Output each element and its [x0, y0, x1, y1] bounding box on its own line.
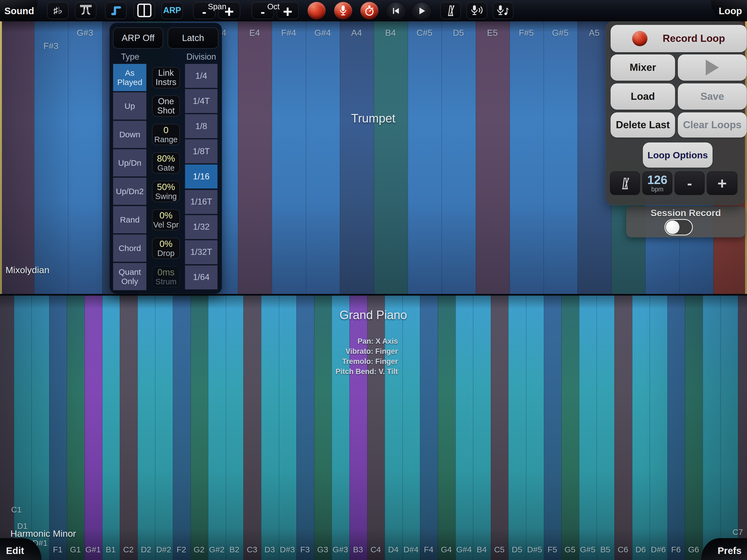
key-C5[interactable] — [491, 296, 509, 560]
arp-param-vel-spr[interactable]: 0%Vel Spr — [152, 209, 180, 230]
key-G#3[interactable] — [331, 296, 350, 560]
key-G#4[interactable] — [455, 296, 473, 560]
key-C6[interactable] — [614, 296, 632, 560]
play-button[interactable] — [411, 2, 432, 20]
key-D#3[interactable] — [279, 296, 297, 560]
key-G#5[interactable] — [579, 296, 597, 560]
metronome-button[interactable] — [440, 2, 461, 19]
key-C3[interactable] — [243, 296, 261, 560]
arp-param-strum[interactable]: 0msStrum — [152, 266, 180, 287]
arp-param-one-shot[interactable]: One Shot — [152, 96, 180, 117]
key-F3[interactable] — [296, 296, 314, 560]
record-loop-button[interactable]: Record Loop — [611, 25, 747, 52]
key-G#1[interactable] — [84, 296, 102, 560]
key-F#5[interactable] — [509, 21, 544, 294]
key-F#3[interactable] — [34, 21, 68, 294]
key-F5[interactable] — [544, 296, 562, 560]
delete-last-button[interactable]: Delete Last — [611, 112, 675, 137]
clear-loops-button[interactable]: Clear Loops — [678, 112, 747, 137]
key-G#4[interactable] — [306, 21, 340, 294]
key-G2[interactable] — [190, 296, 208, 560]
key-B4[interactable] — [374, 21, 408, 294]
key-G3[interactable] — [314, 296, 332, 560]
key-D#2[interactable] — [155, 296, 173, 560]
arp-param-range[interactable]: 0Range — [152, 124, 180, 145]
arp-toggle-button[interactable]: ARP — [161, 2, 183, 19]
key-C1[interactable] — [0, 296, 14, 560]
arp-type-rand[interactable]: Rand — [113, 206, 147, 233]
arp-off-button[interactable]: ARP Off — [113, 27, 163, 49]
arp-latch-button[interactable]: Latch — [168, 27, 218, 49]
loop-metronome-button[interactable] — [610, 172, 640, 195]
key-B2[interactable] — [226, 296, 243, 560]
arp-type-quant-only[interactable]: Quant Only — [113, 263, 147, 290]
arp-param-drop[interactable]: 0%Drop — [152, 238, 180, 259]
arp-division-1-16t[interactable]: 1/16T — [185, 190, 217, 214]
key-G#5[interactable] — [543, 21, 577, 294]
key-G6[interactable] — [685, 296, 703, 560]
key-G#2[interactable] — [208, 296, 226, 560]
arp-division-1-4t[interactable]: 1/4T — [185, 89, 217, 113]
arp-type-up-dn2[interactable]: Up/Dn2 — [113, 177, 147, 205]
key-F1[interactable] — [49, 296, 67, 560]
key-E4[interactable] — [238, 21, 272, 294]
arp-type-down[interactable]: Down — [113, 121, 147, 148]
key-D2[interactable] — [137, 296, 155, 560]
bpm-plus-button[interactable]: + — [707, 172, 738, 195]
arp-param-link-instrs[interactable]: Link Instrs — [152, 67, 180, 88]
key-B4[interactable] — [473, 296, 491, 560]
key-D4[interactable] — [384, 296, 403, 560]
sustain-pedal-button[interactable] — [75, 2, 97, 19]
oct-plus-button[interactable]: + — [277, 2, 299, 19]
key-F4[interactable] — [420, 296, 438, 560]
key-B6[interactable] — [720, 296, 738, 560]
key-D5[interactable] — [441, 21, 475, 294]
key-D#1[interactable] — [31, 296, 49, 560]
record-button[interactable] — [308, 2, 326, 19]
loop-play-button[interactable] — [678, 54, 747, 81]
arp-division-1-64[interactable]: 1/64 — [185, 265, 217, 289]
key-F6[interactable] — [667, 296, 685, 560]
key-D#6[interactable] — [649, 296, 667, 560]
key-B3[interactable] — [349, 296, 367, 560]
key-C#5[interactable] — [407, 21, 442, 294]
audio-to-notes-button[interactable] — [493, 2, 514, 19]
glide-mode-button[interactable] — [105, 2, 127, 19]
mixer-button[interactable]: Mixer — [611, 54, 675, 81]
key-A4[interactable] — [340, 21, 374, 294]
key-E3[interactable] — [0, 21, 34, 294]
arp-type-chord[interactable]: Chord — [113, 234, 147, 262]
key-F2[interactable] — [173, 296, 190, 560]
arp-type-up-dn[interactable]: Up/Dn — [113, 149, 147, 177]
key-G5[interactable] — [561, 296, 579, 560]
key-C4[interactable] — [367, 296, 385, 560]
key-D3[interactable] — [261, 296, 279, 560]
monitor-input-button[interactable] — [466, 2, 487, 19]
count-in-timer-button[interactable] — [360, 2, 379, 19]
arp-division-1-4[interactable]: 1/4 — [185, 64, 217, 88]
accidentals-button[interactable]: ♯♭ — [47, 2, 69, 19]
bpm-minus-button[interactable]: - — [674, 172, 705, 195]
span-minus-button[interactable]: - — [193, 2, 215, 19]
session-record-toggle[interactable] — [664, 219, 693, 235]
arp-division-1-8t[interactable]: 1/8T — [185, 139, 217, 163]
rewind-button[interactable] — [386, 2, 406, 20]
arp-param-swing[interactable]: 50%Swing — [152, 181, 180, 202]
key-D1[interactable] — [14, 296, 32, 560]
key-B1[interactable] — [102, 296, 120, 560]
load-button[interactable]: Load — [611, 83, 675, 110]
key-D6[interactable] — [632, 296, 650, 560]
span-plus-button[interactable]: + — [218, 2, 240, 19]
arp-type-up[interactable]: Up — [113, 92, 147, 120]
key-C7[interactable] — [738, 296, 747, 560]
loop-options-button[interactable]: Loop Options — [643, 143, 713, 168]
lower-keyboard-surface[interactable]: Grand Piano Pan: X Axis Vibrato: Finger … — [0, 296, 747, 560]
arp-type-as-played[interactable]: As Played — [113, 64, 147, 91]
key-D5[interactable] — [508, 296, 526, 560]
arp-division-1-32[interactable]: 1/32 — [185, 215, 217, 239]
key-G#3[interactable] — [68, 21, 102, 294]
audio-record-button[interactable] — [334, 2, 352, 19]
key-C2[interactable] — [120, 296, 137, 560]
key-D#4[interactable] — [402, 296, 420, 560]
oct-minus-button[interactable]: - — [252, 2, 274, 19]
